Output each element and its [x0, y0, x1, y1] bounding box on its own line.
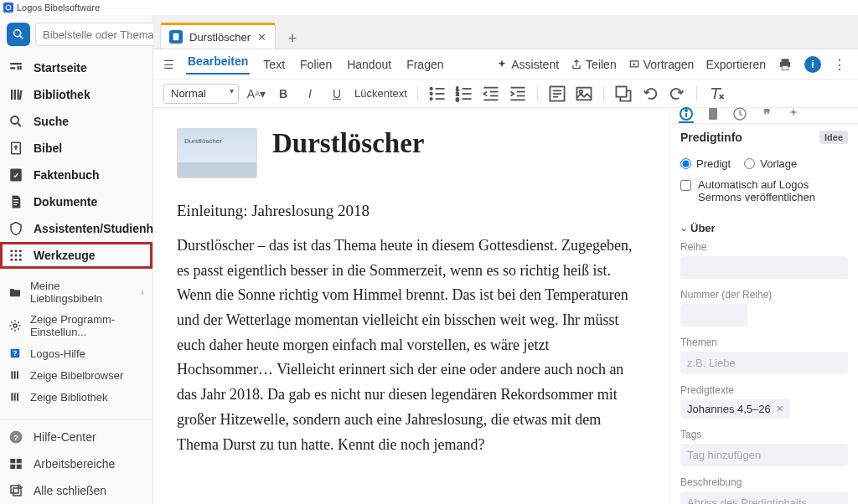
- tab-folien[interactable]: Folien: [298, 58, 333, 71]
- text-chip[interactable]: Johannes 4,5–26 ✕: [680, 399, 790, 419]
- svg-rect-9: [18, 90, 19, 100]
- underline-button[interactable]: U: [328, 85, 346, 103]
- print-icon[interactable]: [778, 57, 793, 72]
- sidebar-item-dokumente[interactable]: Dokumente: [0, 188, 152, 215]
- svg-point-21: [15, 249, 18, 252]
- svg-rect-3: [10, 63, 22, 64]
- rp-tab-info[interactable]: [679, 108, 694, 123]
- number-input[interactable]: [680, 304, 747, 327]
- bullet-list-button[interactable]: [428, 85, 447, 103]
- svg-rect-4: [10, 67, 15, 69]
- svg-point-20: [10, 249, 13, 252]
- svg-rect-8: [14, 90, 16, 100]
- document-icon: [169, 30, 183, 44]
- svg-rect-40: [10, 459, 15, 463]
- redo-button[interactable]: [668, 85, 686, 103]
- tags-input[interactable]: [680, 444, 848, 466]
- export-button[interactable]: Exportieren: [706, 58, 766, 71]
- indent-button[interactable]: [509, 85, 527, 103]
- svg-rect-42: [10, 465, 15, 469]
- sidebar-item-label: Bibel: [34, 141, 62, 155]
- clear-format-button[interactable]: [707, 85, 726, 103]
- tab-add-button[interactable]: +: [282, 28, 302, 49]
- document-paragraph[interactable]: Durstlöscher – das ist das Thema heute i…: [177, 234, 646, 457]
- info-icon[interactable]: i: [804, 56, 821, 73]
- radio-vorlage[interactable]: Vorlage: [744, 157, 797, 170]
- rp-badge[interactable]: Idee: [819, 131, 848, 144]
- svg-point-56: [430, 97, 432, 99]
- auto-publish-checkbox[interactable]: [680, 180, 691, 191]
- tab-text[interactable]: Text: [261, 58, 287, 71]
- sidebar-sub-zeige-bibliothek[interactable]: Zeige Bibliothek: [0, 386, 152, 408]
- sidebar-bottom-hilfe-center[interactable]: ? Hilfe-Center: [0, 424, 152, 450]
- tab-durstloescher[interactable]: Durstlöscher ✕: [160, 23, 276, 49]
- svg-text:3: 3: [456, 95, 459, 101]
- sidebar-item-suche[interactable]: Suche: [0, 108, 152, 135]
- texts-label: Predigttexte: [680, 384, 848, 396]
- document-body[interactable]: Durstlöscher Durstlöscher Einleitung: Ja…: [153, 108, 669, 504]
- sidebar-item-faktenbuch[interactable]: Faktenbuch: [0, 162, 152, 188]
- document-title[interactable]: Durstlöscher: [272, 128, 424, 159]
- svg-point-27: [15, 259, 18, 261]
- kebab-icon[interactable]: ⋮: [833, 57, 848, 72]
- svg-line-12: [18, 123, 21, 126]
- tab-handout[interactable]: Handout: [345, 58, 393, 71]
- radio-predigt[interactable]: Predigt: [680, 157, 731, 170]
- tab-fragen[interactable]: Fragen: [405, 58, 445, 71]
- app-title: Logos Bibelsoftware: [17, 3, 100, 13]
- topics-input[interactable]: [680, 352, 848, 374]
- sidebar-item-startseite[interactable]: Startseite: [0, 54, 152, 81]
- chevron-right-icon: ›: [141, 287, 144, 297]
- library-icon: [8, 87, 23, 102]
- sidebar-item-label: Werkzeuge: [34, 249, 96, 262]
- rp-tab-history[interactable]: [732, 108, 747, 123]
- present-button[interactable]: Vortragen: [628, 58, 695, 71]
- menu-icon[interactable]: ☰: [163, 58, 174, 71]
- topics-label: Themen: [680, 337, 848, 348]
- right-panel: ❞ Predigtinfo Idee Predigt Vorlage: [669, 108, 858, 504]
- numbered-list-button[interactable]: 123: [455, 85, 473, 103]
- sidebar-bottom-arbeitsbereiche[interactable]: Arbeitsbereiche: [0, 450, 152, 477]
- sidebar-item-assistenten[interactable]: Assistenten/Studienhilfen: [0, 215, 152, 242]
- logo-button[interactable]: [7, 23, 30, 46]
- rp-about-toggle[interactable]: ⌄ Über: [670, 217, 858, 239]
- bold-button[interactable]: B: [274, 85, 292, 103]
- share-button[interactable]: Teilen: [571, 58, 617, 71]
- sidebar-item-bibel[interactable]: Bibel: [0, 135, 152, 162]
- font-size-button[interactable]: AA ▾: [247, 85, 266, 103]
- tags-label: Tags: [680, 429, 848, 440]
- rp-tab-quote[interactable]: ❞: [759, 108, 774, 123]
- assistant-button[interactable]: Assistent: [496, 58, 559, 71]
- sidebar-item-bibliothek[interactable]: Bibliothek: [0, 81, 152, 108]
- undo-button[interactable]: [641, 85, 659, 103]
- series-input[interactable]: [680, 256, 848, 279]
- tab-bearbeiten[interactable]: Bearbeiten: [186, 54, 250, 75]
- sidebar-sub-lieblingsbibeln[interactable]: Meine Lieblingsbibeln ›: [0, 275, 152, 309]
- style-select[interactable]: Normal: [163, 84, 239, 104]
- fill-text-button[interactable]: Lückentext: [354, 87, 407, 100]
- description-input[interactable]: [680, 491, 848, 504]
- svg-point-24: [15, 255, 18, 257]
- chip-remove-icon[interactable]: ✕: [776, 404, 783, 414]
- sidebar-bottom-alle-schliessen[interactable]: Alle schließen: [0, 477, 152, 504]
- rp-tab-sparkle[interactable]: [786, 108, 801, 123]
- insert-button[interactable]: [614, 85, 633, 103]
- rp-tab-book[interactable]: [706, 108, 721, 123]
- sidebar-sub-hilfe[interactable]: ? Logos-Hilfe: [0, 342, 152, 364]
- slide-thumbnail[interactable]: Durstlöscher: [177, 128, 257, 178]
- block-button[interactable]: [548, 85, 566, 103]
- svg-point-11: [11, 116, 18, 124]
- auto-publish-label: Automatisch auf Logos Sermons veröffentl…: [698, 178, 848, 203]
- svg-rect-19: [13, 204, 17, 205]
- sidebar-item-werkzeuge[interactable]: Werkzeuge: [0, 242, 152, 269]
- chevron-down-icon: ⌄: [680, 224, 687, 233]
- image-button[interactable]: [575, 85, 593, 103]
- svg-point-29: [13, 324, 17, 327]
- italic-button[interactable]: I: [301, 85, 319, 103]
- document-subtitle[interactable]: Einleitung: Jahreslosung 2018: [177, 202, 646, 220]
- outdent-button[interactable]: [482, 85, 500, 103]
- sidebar-sub-einstellungen[interactable]: Zeige Programm-Einstellun...: [0, 309, 152, 342]
- factbook-icon: [8, 167, 23, 183]
- sidebar-sub-bibelbrowser[interactable]: Zeige Bibelbrowser: [0, 364, 152, 386]
- tab-close-button[interactable]: ✕: [257, 31, 266, 44]
